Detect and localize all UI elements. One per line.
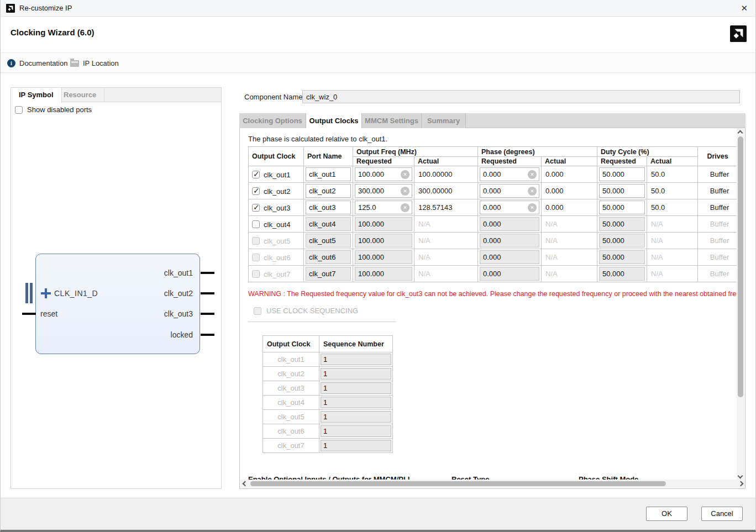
component-name-input[interactable] xyxy=(302,90,740,103)
show-disabled-ports-checkbox[interactable] xyxy=(15,106,23,114)
duty-actual-value: N/A xyxy=(647,233,698,249)
scroll-down-icon[interactable] xyxy=(738,473,743,479)
clear-icon[interactable] xyxy=(528,203,537,212)
row-label: clk_out7 xyxy=(264,270,290,278)
horizontal-scrollbar[interactable] xyxy=(240,480,746,488)
row-label: clk_out5 xyxy=(264,237,290,245)
seq-row: clk_out6 xyxy=(263,424,393,439)
recustomize-ip-dialog: Re-customize IP ✕ Clocking Wizard (6.0) … xyxy=(0,0,756,532)
seq-row: clk_out1 xyxy=(263,352,393,367)
ip-symbol-panel: IP Symbol Resource Show disabled ports c… xyxy=(11,87,222,489)
duty-actual-value: 50.0 xyxy=(647,166,698,183)
scroll-up-icon[interactable] xyxy=(738,130,743,136)
sequence-number-input xyxy=(321,440,391,451)
output-clocks-panel: The phase is calculated relative to clk_… xyxy=(239,128,746,489)
table-row-clk-out6: clk_out6 N/A N/A N/A Buffer xyxy=(249,249,738,266)
xilinx-logo-large-icon xyxy=(730,25,747,42)
clk-out3-checkbox[interactable] xyxy=(252,204,260,212)
seq-clock-label: clk_out4 xyxy=(263,396,319,410)
port-name-input xyxy=(306,250,351,264)
row-label: clk_out6 xyxy=(264,254,290,262)
drives-value: Buffer xyxy=(698,233,738,249)
phase-actual-value: N/A xyxy=(542,233,597,249)
horizontal-scroll-thumb[interactable] xyxy=(250,481,666,486)
port-name-input xyxy=(306,267,351,281)
freq-requested-input xyxy=(355,234,412,247)
drives-value: Buffer xyxy=(698,249,738,266)
tab-resource[interactable]: Resource xyxy=(56,88,104,102)
expand-plus-icon[interactable] xyxy=(40,288,51,299)
row-label: clk_out1 xyxy=(264,171,290,179)
clear-icon[interactable] xyxy=(401,170,410,179)
clk-out1-checkbox[interactable] xyxy=(252,171,260,178)
duty-requested-input[interactable] xyxy=(599,167,645,181)
freq-actual-value: N/A xyxy=(414,249,478,266)
clear-icon[interactable] xyxy=(528,170,537,179)
use-clock-sequencing-label: USE CLOCK SEQUENCING xyxy=(266,307,358,315)
drives-value: Buffer xyxy=(698,266,738,282)
ip-location-button[interactable]: IP Location xyxy=(70,53,119,73)
port-clk-out2: clk_out2 xyxy=(164,288,193,299)
port-name-input[interactable] xyxy=(306,167,351,181)
tab-summary[interactable]: Summary xyxy=(422,113,466,128)
scroll-right-icon[interactable] xyxy=(738,481,744,487)
toolbar: i Documentation IP Location xyxy=(1,52,755,73)
documentation-button[interactable]: i Documentation xyxy=(7,53,67,73)
seq-clock-label: clk_out2 xyxy=(263,367,319,381)
freq-actual-value: 300.00000 xyxy=(414,183,478,199)
col-phase: Phase (degrees) xyxy=(478,147,597,157)
col-freq-requested: Requested xyxy=(353,157,414,166)
port-name-input xyxy=(306,234,351,247)
port-name-input[interactable] xyxy=(306,184,351,198)
seq-clock-label: clk_out1 xyxy=(263,352,319,367)
ip-symbol-block: clk_out1 clk_out2 clk_out3 locked CLK_IN… xyxy=(35,254,200,354)
tab-output-clocks[interactable]: Output Clocks xyxy=(306,113,362,129)
freq-requested-input xyxy=(355,267,412,281)
duty-requested-input xyxy=(599,234,645,247)
freq-actual-value: N/A xyxy=(414,216,478,233)
settings-tab-bar: Clocking Options Output Clocks MMCM Sett… xyxy=(239,113,746,128)
scroll-left-icon[interactable] xyxy=(243,481,248,487)
tab-ip-symbol[interactable]: IP Symbol xyxy=(11,88,62,103)
vertical-scroll-thumb[interactable] xyxy=(738,136,743,397)
tab-clocking-options[interactable]: Clocking Options xyxy=(239,113,306,128)
clear-icon[interactable] xyxy=(401,187,410,196)
component-name-label: Component Name xyxy=(244,93,303,101)
table-row-clk-out5: clk_out5 N/A N/A N/A Buffer xyxy=(249,233,738,249)
freq-actual-value: 100.00000 xyxy=(414,166,478,183)
duty-requested-input[interactable] xyxy=(599,201,645,214)
table-row-clk-out4: clk_out4 N/A N/A N/A Buffer xyxy=(249,216,738,233)
clk-out5-checkbox xyxy=(252,237,260,245)
row-label: clk_out3 xyxy=(264,204,290,212)
port-name-input[interactable] xyxy=(306,201,351,214)
table-row-clk-out2: clk_out2 300.00000 0.000 50.0 Buffer xyxy=(249,183,738,199)
sequence-number-input xyxy=(321,354,391,365)
duty-requested-input[interactable] xyxy=(599,184,645,198)
vertical-scrollbar[interactable] xyxy=(737,129,744,480)
ok-button[interactable]: OK xyxy=(646,507,687,521)
col-output-clock: Output Clock xyxy=(249,147,304,166)
col-port-name: Port Name xyxy=(304,147,353,166)
seq-row: clk_out2 xyxy=(263,367,393,381)
clear-icon[interactable] xyxy=(528,187,537,196)
documentation-label: Documentation xyxy=(19,59,67,67)
table-row-clk-out1: clk_out1 100.00000 0.000 50.0 Buffer xyxy=(249,166,738,183)
col-drives: Drives xyxy=(698,147,738,166)
phase-note: The phase is calculated relative to clk_… xyxy=(248,135,387,143)
port-locked: locked xyxy=(171,329,193,340)
close-icon[interactable]: ✕ xyxy=(741,3,748,14)
phase-requested-input xyxy=(480,217,539,231)
clk-out4-checkbox[interactable] xyxy=(252,220,260,228)
duty-actual-value: 50.0 xyxy=(647,183,698,199)
freq-actual-value: N/A xyxy=(414,266,478,282)
seq-row: clk_out7 xyxy=(263,439,393,453)
drives-value: Buffer xyxy=(698,216,738,233)
tab-mmcm-settings[interactable]: MMCM Settings xyxy=(362,113,422,128)
cancel-button[interactable]: Cancel xyxy=(701,507,743,521)
clk-out2-checkbox[interactable] xyxy=(252,187,260,195)
separator xyxy=(248,322,396,322)
interface-connector-icon xyxy=(25,283,33,303)
seq-row: clk_out5 xyxy=(263,410,393,424)
phase-actual-value: 0.000 xyxy=(542,199,597,216)
clear-icon[interactable] xyxy=(401,203,410,212)
